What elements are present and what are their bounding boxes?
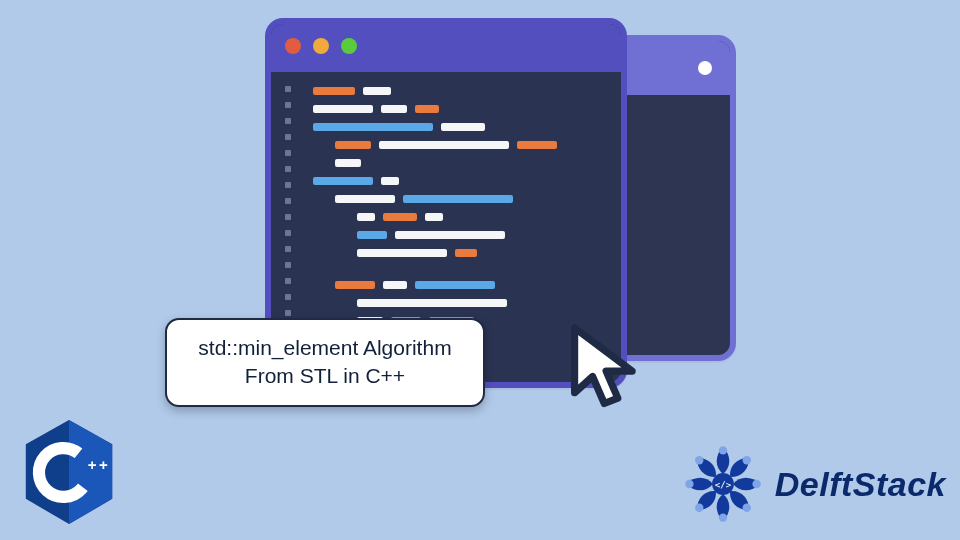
svg-point-9 bbox=[719, 513, 727, 521]
brand: </> DelftStack bbox=[681, 442, 946, 526]
traffic-yellow-icon bbox=[313, 38, 329, 54]
traffic-green-icon bbox=[341, 38, 357, 54]
line-number-gutter bbox=[285, 86, 295, 344]
svg-text:+: + bbox=[88, 456, 97, 473]
caption-card: std::min_element Algorithm From STL in C… bbox=[165, 318, 485, 407]
traffic-lights bbox=[285, 38, 357, 54]
svg-point-7 bbox=[752, 480, 760, 488]
svg-text:</>: </> bbox=[714, 479, 731, 490]
caption-line-1: std::min_element Algorithm bbox=[185, 334, 465, 362]
code-area bbox=[271, 72, 621, 360]
titlebar-front bbox=[271, 24, 621, 72]
caption-line-2: From STL in C++ bbox=[185, 362, 465, 390]
cpp-badge-icon: + + bbox=[22, 418, 116, 526]
mandala-icon: </> bbox=[681, 442, 765, 526]
brand-name: DelftStack bbox=[775, 465, 946, 504]
traffic-red-icon bbox=[285, 38, 301, 54]
svg-point-5 bbox=[719, 446, 727, 454]
svg-text:+: + bbox=[99, 456, 108, 473]
cursor-icon bbox=[562, 322, 652, 422]
thumbnail-stage: std::min_element Algorithm From STL in C… bbox=[0, 0, 960, 540]
svg-point-11 bbox=[685, 480, 693, 488]
code-lines bbox=[313, 86, 605, 344]
window-dot-icon bbox=[698, 61, 712, 75]
